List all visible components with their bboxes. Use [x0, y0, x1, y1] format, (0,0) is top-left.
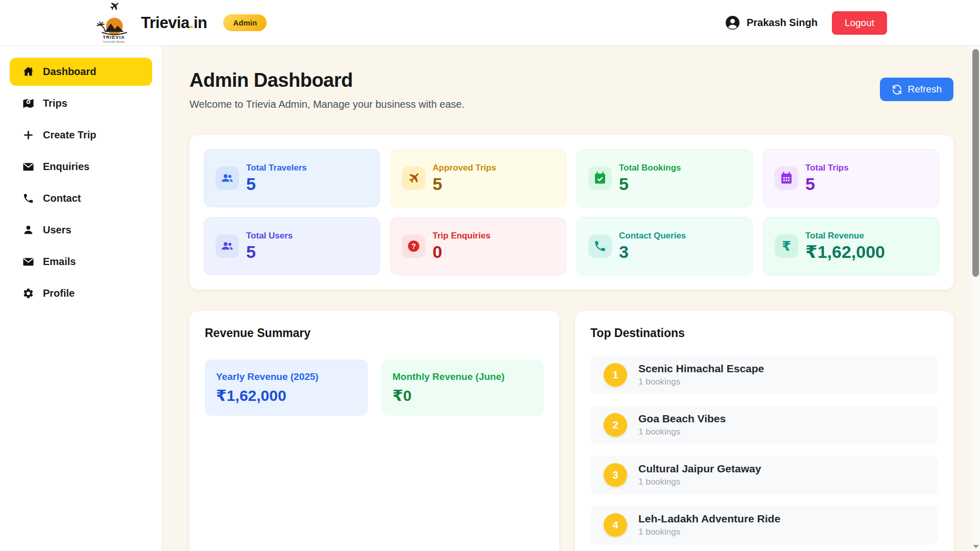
destination-name: Leh-Ladakh Adventure Ride — [638, 513, 780, 525]
envelope-icon — [22, 256, 34, 268]
logout-button[interactable]: Logout — [832, 11, 887, 35]
stat-card-total-revenue: ₹ Total Revenue ₹1,62,000 — [763, 217, 939, 275]
refresh-icon — [892, 84, 902, 95]
scrollbar-thumb[interactable] — [972, 49, 979, 277]
destination-item: 3 Cultural Jaipur Getaway 1 bookings — [590, 456, 938, 494]
sidebar-item-label: Contact — [43, 193, 81, 204]
sidebar-item-contact[interactable]: Contact — [10, 184, 152, 212]
stat-label: Total Bookings — [619, 163, 681, 173]
envelope-icon — [22, 161, 34, 173]
top-destinations-panel: Top Destinations 1 Scenic Himachal Escap… — [575, 311, 953, 551]
sidebar: Dashboard Trips Create Trip Enquiries Co… — [0, 46, 162, 551]
sidebar-item-label: Users — [43, 224, 71, 236]
stat-value: 5 — [246, 175, 307, 194]
brand-title: Trievia.in — [141, 14, 207, 32]
rank-badge: 2 — [604, 413, 627, 437]
yearly-revenue-box: Yearly Revenue (2025) ₹1,62,000 — [205, 360, 368, 416]
rank-badge: 4 — [604, 513, 627, 537]
yearly-revenue-value: ₹1,62,000 — [216, 387, 356, 404]
person-icon — [22, 224, 34, 236]
gear-icon — [22, 288, 34, 299]
destination-name: Scenic Himachal Escape — [638, 363, 764, 375]
rank-badge: 3 — [604, 463, 627, 487]
brand-name: Trievia — [141, 14, 189, 32]
destination-bookings: 1 bookings — [638, 377, 764, 387]
sidebar-item-trips[interactable]: Trips — [10, 89, 152, 117]
stat-value: 5 — [619, 175, 681, 194]
plus-icon — [22, 129, 34, 141]
svg-text:?: ? — [412, 242, 416, 250]
destination-name: Cultural Jaipur Getaway — [638, 463, 761, 475]
svg-text:TOUR AND TRAVEL: TOUR AND TRAVEL — [103, 40, 125, 43]
destination-bookings: 1 bookings — [638, 477, 761, 487]
stat-label: Total Users — [246, 231, 293, 241]
scrollbar-down-arrow-icon[interactable] — [973, 545, 979, 548]
stat-label: Total Revenue — [805, 231, 885, 241]
phone-icon — [22, 193, 34, 204]
top-destinations-title: Top Destinations — [590, 326, 938, 340]
destination-item: 4 Leh-Ladakh Adventure Ride 1 bookings — [590, 506, 938, 544]
revenue-summary-panel: Revenue Summary Yearly Revenue (2025) ₹1… — [189, 311, 559, 551]
sidebar-item-profile[interactable]: Profile — [10, 279, 152, 307]
top-destinations-list: 1 Scenic Himachal Escape 1 bookings 2 Go… — [590, 355, 938, 544]
sidebar-item-emails[interactable]: Emails — [10, 248, 152, 276]
stat-card-total-trips: Total Trips 5 — [763, 149, 939, 207]
stats-panel: Total Travelers 5 Approved Trips 5 T — [189, 135, 953, 290]
vertical-scrollbar[interactable] — [971, 46, 980, 551]
stat-value: 5 — [246, 243, 293, 261]
monthly-revenue-label: Monthly Revenue (June) — [393, 371, 533, 382]
sidebar-item-create-trip[interactable]: Create Trip — [10, 121, 152, 149]
monthly-revenue-value: ₹0 — [393, 387, 533, 404]
home-icon — [22, 66, 34, 78]
plane-icon — [110, 3, 118, 11]
stat-card-contact-queries: Contact Queries 3 — [577, 217, 753, 275]
refresh-button[interactable]: Refresh — [880, 78, 953, 101]
stat-label: Total Travelers — [246, 163, 307, 173]
destination-item: 2 Goa Beach Vibes 1 bookings — [590, 405, 938, 444]
refresh-label: Refresh — [907, 84, 942, 95]
brand-dot: . — [189, 14, 194, 32]
destination-name: Goa Beach Vibes — [638, 413, 726, 425]
stat-value: 5 — [805, 175, 849, 194]
brand-logo: TRIEVIA TOUR AND TRAVEL — [93, 3, 135, 43]
sidebar-item-dashboard[interactable]: Dashboard — [10, 58, 152, 86]
admin-badge: Admin — [223, 14, 267, 31]
stat-card-approved-trips: Approved Trips 5 — [390, 149, 566, 207]
sidebar-item-label: Profile — [43, 288, 75, 299]
destination-item: 1 Scenic Himachal Escape 1 bookings — [590, 355, 938, 394]
stat-value: 5 — [433, 175, 496, 194]
user-name: Prakash Singh — [747, 17, 818, 29]
plane-icon — [402, 166, 425, 190]
map-icon — [22, 98, 34, 109]
calendar-icon — [775, 166, 798, 190]
revenue-summary-title: Revenue Summary — [205, 326, 544, 340]
users-group-icon — [216, 234, 239, 258]
users-group-icon — [216, 166, 239, 190]
sidebar-item-label: Emails — [43, 256, 76, 268]
rank-badge: 1 — [604, 363, 627, 387]
question-circle-icon: ? — [402, 234, 425, 258]
sidebar-item-enquiries[interactable]: Enquiries — [10, 153, 152, 181]
page-subtitle: Welcome to Trievia Admin, Manage your bu… — [189, 99, 465, 110]
stat-card-total-bookings: Total Bookings 5 — [577, 149, 753, 207]
stat-label: Total Trips — [805, 163, 849, 173]
stat-value: 0 — [433, 243, 490, 261]
main-content: Admin Dashboard Welcome to Trievia Admin… — [162, 46, 980, 551]
phone-icon — [588, 234, 612, 258]
sidebar-item-label: Dashboard — [43, 66, 96, 78]
brand-tld: in — [194, 14, 207, 32]
destination-bookings: 1 bookings — [638, 427, 726, 437]
yearly-revenue-label: Yearly Revenue (2025) — [216, 371, 356, 382]
page-title: Admin Dashboard — [189, 69, 465, 91]
stat-card-trip-enquiries: ? Trip Enquiries 0 — [390, 217, 566, 275]
stat-card-total-travelers: Total Travelers 5 — [204, 149, 380, 207]
monthly-revenue-box: Monthly Revenue (June) ₹0 — [381, 360, 544, 416]
user-circle-icon — [725, 15, 740, 31]
sidebar-item-users[interactable]: Users — [10, 216, 152, 244]
sidebar-item-label: Create Trip — [43, 129, 96, 141]
stat-label: Trip Enquiries — [433, 231, 490, 241]
destination-bookings: 1 bookings — [638, 527, 780, 537]
calendar-check-icon — [588, 166, 612, 190]
stat-value: 3 — [619, 243, 686, 261]
stat-value: ₹1,62,000 — [805, 243, 885, 261]
